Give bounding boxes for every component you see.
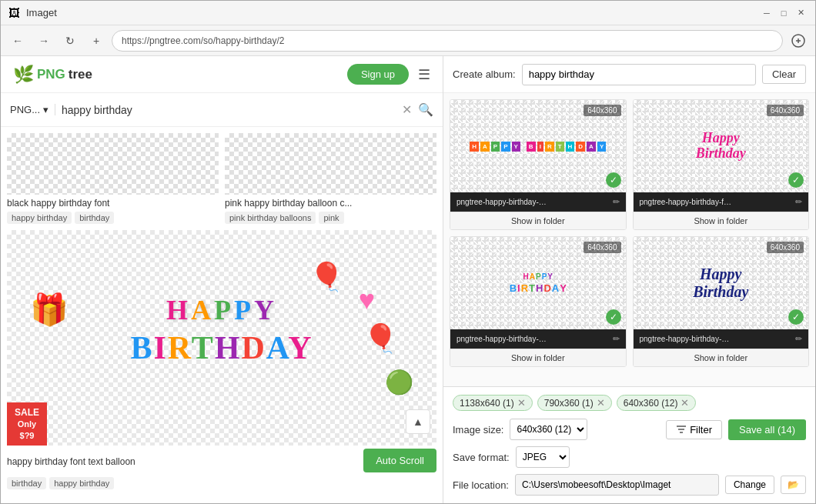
show-in-folder-button[interactable]: Show in folder [634,212,809,229]
change-button[interactable]: Change [725,476,774,494]
edit-icon[interactable]: ✏ [795,197,802,207]
image-label: black happy birthday font [7,195,219,210]
size-badge: 640x360 [767,242,804,253]
balloon-image-thumbnail[interactable]: 🎁 🎈 ♥ 🎈 🟢 HAPPY [7,230,436,446]
browser-panel: 🌿 PNGtree Sign up ☰ PNG... ▾ ✕ 🔍 [1,56,443,503]
check-icon: ✓ [788,172,804,188]
folder-open-button[interactable]: 📂 [781,476,806,494]
format-select[interactable]: JPEG PNG WEBP [516,446,570,468]
tag[interactable]: happy birthday [49,477,114,489]
filter-tag: 640x360 (12) ✕ [617,395,697,411]
sale-badge: SALE Only $?9 [7,402,47,446]
search-input[interactable] [62,104,396,116]
image-thumbnail[interactable] [7,133,219,195]
imaget-card-footer: pngtree-happy-birthday-balloon ✏ [450,329,626,349]
album-label: Create album: [453,68,516,80]
address-text: https://pngtree.com/so/happy-birthday/2 [122,35,284,46]
remove-filter-tag-button[interactable]: ✕ [597,397,605,409]
filter-button[interactable]: Filter [666,420,722,439]
imaget-thumbnail[interactable]: HAPPY BIRTHDAY 640x360 ✓ [450,237,626,329]
imaget-thumbnail[interactable]: Happy Birthday 640x360 ✓ [634,237,809,329]
list-item: H A P P Y B I R T H [450,99,627,230]
nav-bar: ← → ↻ + https://pngtree.com/so/happy-bir… [1,25,815,56]
maximize-button[interactable]: □ [777,6,791,20]
filter-tag-label: 640x360 (12) [624,398,678,409]
imaget-scroll-area[interactable]: H A P P Y B I R T H [443,93,815,386]
chevron-down-icon: ▾ [43,104,48,115]
site-header: 🌿 PNGtree Sign up ☰ [1,56,443,93]
window-controls: ─ □ ✕ [760,6,808,20]
tag[interactable]: birthday [7,477,46,489]
menu-icon[interactable]: ☰ [418,66,430,83]
edit-icon[interactable]: ✏ [795,334,802,344]
remove-filter-tag-button[interactable]: ✕ [517,397,526,409]
title-bar-left: 🖼 Imaget [8,6,57,19]
list-item: HAPPY BIRTHDAY 640x360 ✓ pngtree-happy-b… [450,236,627,367]
list-item: black happy birthday font happy birthday… [7,133,219,224]
imaget-thumbnail[interactable]: Happy Birthday 640x360 ✓ [634,100,809,192]
filter-tag-label: 790x360 (1) [544,398,594,409]
filter-tag-label: 1138x640 (1) [460,398,514,409]
tag[interactable]: pink birthday balloons [225,212,316,224]
logo-area: 🌿 PNGtree [13,65,92,85]
edit-icon[interactable]: ✏ [613,334,620,344]
sale-only-text: Only [15,419,39,429]
size-label: Image size: [453,424,503,436]
address-bar[interactable]: https://pngtree.com/so/happy-birthday/2 [112,30,783,52]
clear-search-icon[interactable]: ✕ [402,102,412,117]
main-area: 🌿 PNGtree Sign up ☰ PNG... ▾ ✕ 🔍 [1,56,815,503]
refresh-button[interactable]: ↻ [59,30,81,52]
auto-scroll-button[interactable]: Auto Scroll [363,449,436,472]
show-in-folder-button[interactable]: Show in folder [450,212,626,229]
save-all-button[interactable]: Save all (14) [728,419,806,440]
filter-icon [676,424,687,435]
back-button[interactable]: ← [7,30,28,52]
search-bar: PNG... ▾ ✕ 🔍 [1,93,443,127]
app-title: Imaget [26,7,57,18]
browser-content[interactable]: black happy birthday font happy birthday… [1,127,443,503]
remove-filter-tag-button[interactable]: ✕ [681,397,689,409]
filter-tag: 1138x640 (1) ✕ [453,395,533,411]
tag[interactable]: pink [319,212,343,224]
size-select[interactable]: 640x360 (12) [510,419,587,440]
filter-tags-row: 1138x640 (1) ✕ 790x360 (1) ✕ 640x360 (12… [453,395,806,411]
filename-text: pngtree-happy-birthday-dark [640,335,732,343]
imaget-grid: H A P P Y B I R T H [450,99,809,367]
check-icon: ✓ [606,309,621,325]
image-label: happy birthday font text balloon [7,453,135,469]
search-dropdown[interactable]: PNG... ▾ [10,104,55,115]
show-in-folder-button[interactable]: Show in folder [450,349,626,366]
imaget-panel: Create album: Clear H A [443,56,815,503]
size-badge: 640x360 [584,242,620,253]
image-tags: birthday happy birthday [7,477,436,489]
show-in-folder-button[interactable]: Show in folder [634,349,809,366]
list-item: pink happy birthday balloon c... pink bi… [225,133,436,224]
tag[interactable]: birthday [75,212,114,224]
image-label: pink happy birthday balloon c... [225,195,436,210]
clear-button[interactable]: Clear [762,65,806,84]
format-label: Save format: [453,452,510,463]
extension-icon[interactable] [788,30,809,52]
app-icon: 🖼 [8,6,20,19]
app-window: 🖼 Imaget ─ □ ✕ ← → ↻ + https://pngtree.c… [0,0,816,504]
list-item: Happy Birthday 640x360 ✓ pngtree-happy-b… [633,236,810,367]
search-icon[interactable]: 🔍 [418,102,433,117]
scroll-up-button[interactable]: ▲ [406,409,430,434]
tag[interactable]: happy birthday [7,212,72,224]
album-input[interactable] [522,64,756,85]
filter-tag: 790x360 (1) ✕ [537,395,612,411]
image-thumbnail[interactable] [225,133,436,195]
image-tags: happy birthday birthday [7,212,219,224]
new-tab-button[interactable]: + [85,30,107,52]
check-icon: ✓ [788,309,804,325]
list-item: 🎁 🎈 ♥ 🎈 🟢 HAPPY [7,230,436,489]
location-label: File location: [453,479,509,491]
imaget-thumbnail[interactable]: H A P P Y B I R T H [450,100,626,192]
title-bar: 🖼 Imaget ─ □ ✕ [1,1,815,25]
signup-button[interactable]: Sign up [347,64,409,85]
minimize-button[interactable]: ─ [760,6,774,20]
forward-button[interactable]: → [33,30,55,52]
location-input[interactable] [515,474,719,496]
edit-icon[interactable]: ✏ [613,197,620,207]
close-button[interactable]: ✕ [794,6,808,20]
